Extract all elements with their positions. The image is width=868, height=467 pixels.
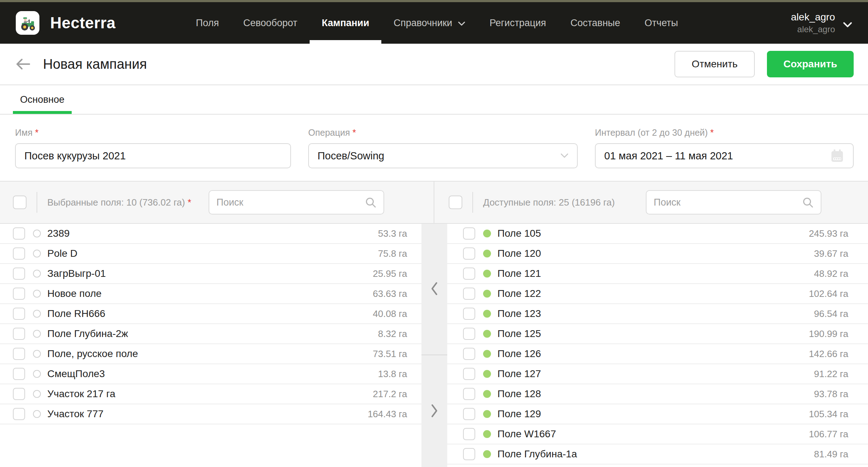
campaign-name-input[interactable] [24, 150, 282, 162]
field-status-dot [483, 270, 491, 278]
field-row[interactable]: Поле 129 105.34 га [447, 404, 868, 424]
field-row[interactable]: Поле Глубина-1а 81.49 га [447, 444, 868, 464]
field-area: 217.2 га [373, 389, 407, 400]
move-to-selected-button[interactable] [426, 278, 443, 301]
selected-fields-list: 2389 53.3 га Pole D 75.8 га ЗагрВыгр-01 … [0, 224, 421, 467]
selected-search-box [209, 190, 384, 215]
nav-item-campaigns[interactable]: Кампании [310, 2, 382, 44]
field-row[interactable]: Поле, русское поле 73.51 га [0, 344, 421, 364]
nav-item-fields[interactable]: Поля [184, 2, 231, 44]
campaign-form: Имя * Операция * Посев/Sowing Интервал (… [0, 115, 868, 181]
nav-item-label: Справочники [394, 18, 452, 29]
field-name: Поле 123 [497, 308, 541, 319]
select-all-selected-checkbox[interactable] [13, 196, 27, 209]
field-name: Поле 125 [497, 328, 541, 340]
nav-item-reports[interactable]: Отчеты [633, 2, 690, 44]
operation-field-label: Операция * [308, 127, 578, 138]
save-button[interactable]: Сохранить [767, 51, 854, 77]
field-row[interactable]: Поле 120 39.67 га [447, 244, 868, 264]
back-button[interactable] [14, 56, 33, 72]
field-row[interactable]: Поле RH666 40.08 га [0, 304, 421, 324]
field-name: Поле 105 [497, 228, 541, 239]
row-checkbox[interactable] [13, 408, 25, 420]
field-row[interactable]: Поле Глубина-2ж 8.32 га [0, 324, 421, 344]
field-status-dot [483, 430, 491, 438]
row-checkbox[interactable] [463, 288, 475, 300]
field-area: 75.8 га [378, 248, 407, 259]
field-name: Pole D [47, 248, 77, 259]
field-name: Поле 120 [497, 248, 541, 259]
row-checkbox[interactable] [463, 388, 475, 400]
chevron-left-icon [430, 281, 439, 296]
operation-select[interactable]: Посев/Sowing [308, 143, 578, 168]
field-area: 102.64 га [809, 288, 848, 299]
row-checkbox[interactable] [463, 368, 475, 380]
row-checkbox[interactable] [13, 348, 25, 360]
row-checkbox[interactable] [463, 348, 475, 360]
selected-search-input[interactable] [216, 197, 365, 208]
available-search-input[interactable] [654, 197, 802, 208]
field-row[interactable]: Участок 777 164.43 га [0, 404, 421, 424]
field-area: 106.77 га [809, 429, 848, 440]
field-name: Участок 217 га [47, 388, 115, 400]
row-checkbox[interactable] [463, 308, 475, 320]
row-checkbox[interactable] [13, 368, 25, 380]
field-status-dot [33, 410, 41, 418]
field-area: 93.78 га [814, 389, 848, 400]
app-logo[interactable] [16, 11, 39, 35]
calendar-icon [830, 148, 844, 163]
nav-item-composite[interactable]: Составные [558, 2, 633, 44]
row-checkbox[interactable] [463, 328, 475, 340]
row-checkbox[interactable] [463, 268, 475, 280]
row-checkbox[interactable] [463, 448, 475, 460]
user-menu[interactable]: alek_agro alek_agro [791, 2, 852, 44]
row-checkbox[interactable] [13, 328, 25, 340]
row-checkbox[interactable] [463, 227, 475, 240]
field-row[interactable]: Поле 128 93.78 га [447, 384, 868, 404]
move-to-available-button[interactable] [426, 400, 443, 423]
nav-item-directories[interactable]: Справочники [381, 2, 477, 44]
nav-item-crop-rotation[interactable]: Севооборот [231, 2, 310, 44]
field-row[interactable]: Поле W1667 106.77 га [447, 424, 868, 444]
row-checkbox[interactable] [463, 247, 475, 260]
row-checkbox[interactable] [463, 408, 475, 420]
field-area: 105.34 га [809, 409, 848, 420]
field-row[interactable]: Поле 126 142.66 га [447, 344, 868, 364]
row-checkbox[interactable] [13, 268, 25, 280]
field-row[interactable]: Новое поле 63.63 га [0, 284, 421, 304]
nav-item-registration[interactable]: Регистрация [477, 2, 558, 44]
interval-date-range[interactable]: 01 мая 2021 – 11 мая 2021 [595, 143, 854, 168]
field-row[interactable]: 2389 53.3 га [0, 224, 421, 244]
field-name: Поле RH666 [47, 308, 105, 319]
row-checkbox[interactable] [13, 227, 25, 240]
field-row[interactable]: ЗагрВыгр-01 25.95 га [0, 264, 421, 284]
select-all-available-checkbox[interactable] [449, 196, 462, 209]
field-row[interactable]: Поле 105 245.93 га [447, 224, 868, 244]
cancel-button[interactable]: Отменить [674, 51, 755, 77]
field-area: 40.08 га [373, 308, 407, 319]
field-row[interactable]: Pole D 75.8 га [0, 244, 421, 264]
field-status-dot [483, 310, 491, 318]
field-row[interactable]: Участок 217 га 217.2 га [0, 384, 421, 404]
row-checkbox[interactable] [463, 428, 475, 440]
brand-title: Hecterra [50, 14, 116, 32]
interval-field-label: Интервал (от 2 до 30 дней) * [595, 127, 854, 138]
field-name: СмещПоле3 [47, 368, 105, 380]
field-status-dot [483, 390, 491, 398]
user-name: alek_agro [791, 11, 835, 23]
row-checkbox[interactable] [13, 288, 25, 300]
field-row[interactable]: Поле 127 91.22 га [447, 364, 868, 384]
row-checkbox[interactable] [13, 388, 25, 400]
required-mark: * [35, 127, 39, 138]
field-name: Поле, русское поле [47, 348, 138, 360]
field-row[interactable]: Поле 123 96.54 га [447, 304, 868, 324]
row-checkbox[interactable] [13, 247, 25, 260]
tab-general[interactable]: Основное [13, 85, 72, 114]
field-row[interactable]: СмещПоле3 13.8 га [0, 364, 421, 384]
field-row[interactable]: Поле 121 48.92 га [447, 264, 868, 284]
field-row[interactable]: Поле 122 102.64 га [447, 284, 868, 304]
selected-panel-header: Выбранные поля: 10 (736.02 га) * [0, 182, 434, 223]
row-checkbox[interactable] [13, 308, 25, 320]
required-mark: * [710, 127, 714, 138]
field-row[interactable]: Поле 125 190.99 га [447, 324, 868, 344]
